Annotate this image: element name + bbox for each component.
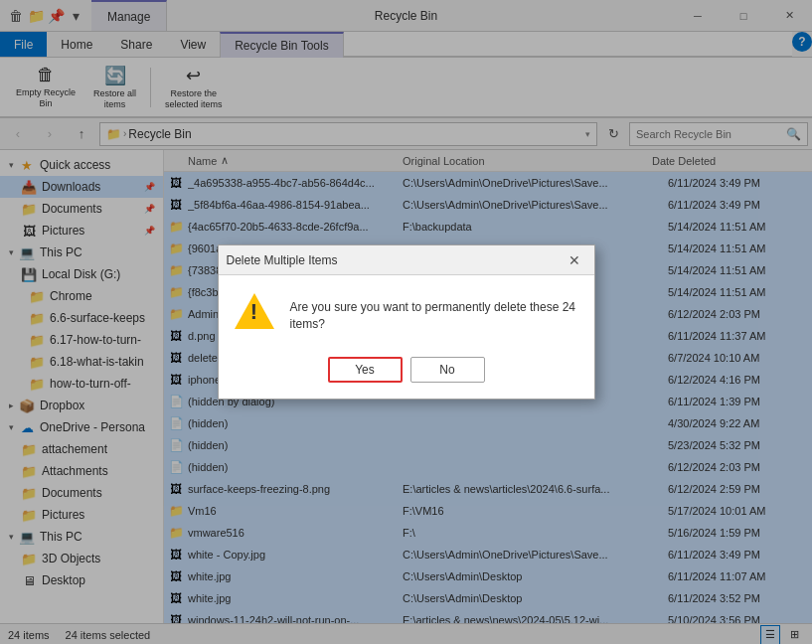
no-button[interactable]: No [410,357,485,383]
dialog-close-button[interactable]: ✕ [563,248,586,272]
dialog-overlay: Delete Multiple Items ✕ Are you sure you… [0,0,812,644]
dialog-message: Are you sure you want to permanently del… [290,291,578,333]
warning-triangle [235,293,274,329]
dialog-title-bar: Delete Multiple Items ✕ [219,245,594,275]
delete-dialog: Delete Multiple Items ✕ Are you sure you… [218,244,595,400]
warning-icon [235,291,274,331]
dialog-buttons: Yes No [219,349,594,399]
dialog-title-text: Delete Multiple Items [227,253,563,267]
yes-button[interactable]: Yes [328,357,403,383]
dialog-body: Are you sure you want to permanently del… [219,275,594,349]
